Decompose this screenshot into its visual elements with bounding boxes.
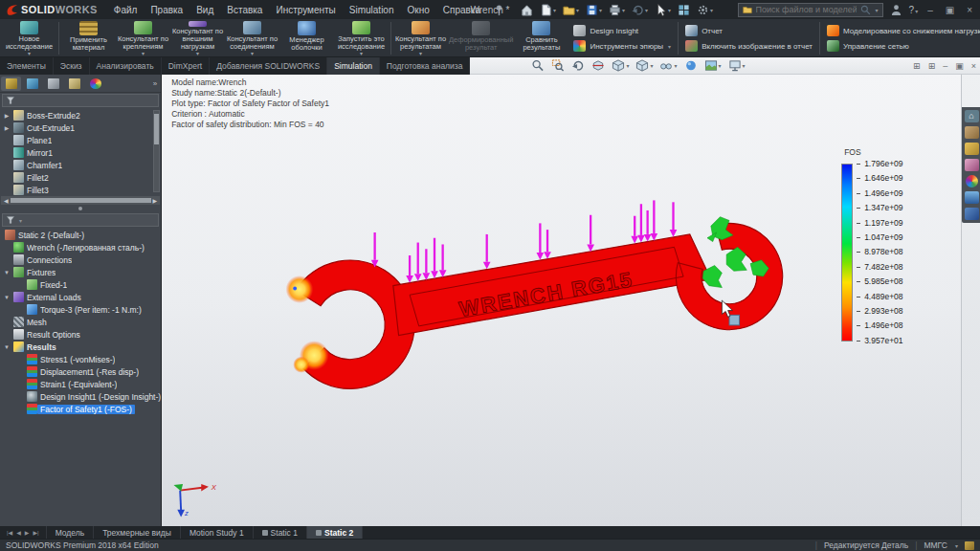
rebuild-button[interactable] [676, 3, 692, 17]
study-item-mesh[interactable]: Mesh [0, 316, 161, 328]
study-item-strain1[interactable]: Strain1 (-Equivalent-) [0, 378, 161, 390]
select-button[interactable]: ▾ [653, 3, 673, 17]
view-orientation-icon[interactable]: ▾ [612, 59, 629, 72]
displaymanager-tab[interactable] [85, 77, 105, 91]
undo-button[interactable]: ▾ [630, 3, 650, 17]
close-window-icon[interactable]: × [964, 5, 975, 15]
tab-sketch[interactable]: Эскиз [54, 57, 90, 75]
tab-dimxpert[interactable]: DimXpert [162, 57, 210, 75]
study-item-result-options[interactable]: Result Options [0, 328, 161, 341]
first-tab-icon[interactable]: |◀ [7, 529, 12, 536]
forum-icon[interactable] [965, 208, 979, 220]
units-selector[interactable]: ММГС [924, 540, 947, 550]
study-item-external-loads[interactable]: ▼External Loads [0, 291, 161, 303]
units-dropdown-icon[interactable]: ▾ [955, 542, 958, 549]
tree-item-plane1[interactable]: Plane1 [0, 134, 161, 146]
menu-window[interactable]: Окно [401, 0, 436, 19]
tab-evaluate[interactable]: Анализировать [90, 57, 162, 75]
menu-view[interactable]: Вид [189, 0, 220, 19]
tree-item-boss-extrude2[interactable]: ▶Boss-Extrude2 [0, 109, 161, 121]
scrollbar-thumb[interactable] [11, 198, 151, 203]
home-tab-icon[interactable]: ⌂ [965, 110, 979, 122]
user-account-icon[interactable] [890, 4, 902, 16]
apply-material-button[interactable]: Применить материал [61, 20, 116, 56]
study-item-stress1[interactable]: Stress1 (-vonMises-) [0, 353, 161, 365]
doc-close-icon[interactable]: × [971, 61, 976, 71]
scroll-left-icon[interactable]: ◀ [4, 197, 9, 204]
tab-static2[interactable]: Static 2 [306, 526, 363, 539]
new-study-button[interactable]: Новое исследование▾ [2, 20, 56, 56]
status-expand-icon[interactable] [965, 541, 974, 550]
menu-simulation[interactable]: Simulation [343, 0, 401, 19]
apply-scene-icon[interactable]: ▾ [704, 59, 722, 72]
doc-restore-icon[interactable]: ▣ [955, 61, 964, 71]
view-settings-icon[interactable]: ▾ [728, 59, 746, 72]
tree-item-cut-extrude1[interactable]: ▶Cut-Extrude1 [0, 121, 161, 134]
tree-item-fillet3[interactable]: Fillet3 [0, 184, 161, 196]
fixtures-advisor-button[interactable]: Консультант по креплениям▾ [116, 20, 170, 56]
previous-view-icon[interactable] [571, 59, 585, 72]
view-palette-icon[interactable] [965, 159, 979, 171]
zoom-area-icon[interactable] [551, 59, 565, 72]
zoom-to-fit-icon[interactable] [531, 59, 545, 72]
graphics-viewport[interactable]: Model name:Wrench Study name:Static 2(-D… [162, 75, 961, 526]
search-input[interactable] [756, 5, 857, 14]
study-item-displacement1[interactable]: Displacement1 (-Res disp-) [0, 365, 161, 378]
tab-3d-views[interactable]: Трехмерные виды [93, 526, 180, 539]
collapse-icon[interactable]: ▼ [3, 270, 11, 276]
study-root[interactable]: Static 2 (-Default-) [0, 229, 161, 241]
feature-tree-horizontal-scrollbar[interactable]: ◀▶ [1, 196, 160, 205]
save-button[interactable]: ▾ [584, 3, 604, 17]
menu-file[interactable]: Файл [107, 0, 145, 19]
tab-model[interactable]: Модель [46, 526, 94, 539]
plot-tools-button[interactable]: Инструменты эпюры▾ [573, 40, 671, 52]
pane-split-icon[interactable]: ⊞ [913, 61, 921, 71]
study-tree-filter-field[interactable]: ▾ [2, 213, 159, 227]
prev-tab-icon[interactable]: ◀ [16, 529, 21, 536]
tab-motion-study1[interactable]: Motion Study 1 [180, 526, 253, 539]
propertymanager-tab[interactable] [22, 77, 42, 91]
scroll-right-icon[interactable]: ▶ [153, 197, 158, 204]
filter-dropdown-icon[interactable]: ▾ [19, 217, 22, 224]
search-box[interactable]: ▾ [738, 3, 883, 17]
run-study-button[interactable]: Запустить это исследование▾ [334, 20, 389, 56]
study-item-part[interactable]: Wrench (-Легированная сталь-) [0, 241, 161, 253]
shell-manager-button[interactable]: Менеджер оболочки [279, 20, 334, 56]
edit-appearance-icon[interactable] [684, 59, 698, 72]
search-dropdown-icon[interactable]: ▾ [876, 7, 879, 13]
study-item-factor-of-safety1[interactable]: Factor of Safety1 (-FOS-) [0, 403, 161, 415]
home-button[interactable] [519, 3, 535, 17]
expand-icon[interactable]: ▶ [3, 124, 11, 131]
study-item-fixtures[interactable]: ▼Fixtures [0, 266, 161, 278]
menu-edit[interactable]: Правка [144, 0, 189, 19]
study-item-design-insight1[interactable]: Design Insight1 (-Design Insight-) [0, 390, 161, 403]
custom-properties-icon[interactable] [965, 191, 979, 204]
print-button[interactable]: ▾ [607, 3, 627, 17]
restore-window-icon[interactable]: ▣ [943, 5, 957, 15]
search-icon[interactable] [860, 5, 871, 15]
options-button[interactable]: ▾ [695, 3, 715, 17]
expand-icon[interactable]: ▶ [3, 112, 11, 119]
tab-analysis-prep[interactable]: Подготовка анализа [380, 57, 471, 75]
study-item-torque[interactable]: Torque-3 (Per item: -1 N.m:) [0, 303, 161, 316]
pane-split-icon[interactable]: ⊞ [928, 61, 936, 71]
doc-minimize-icon[interactable]: – [943, 61, 947, 71]
study-item-connections[interactable]: Connections [0, 253, 161, 266]
include-image-report-button[interactable]: Включить изображение в отчет [685, 40, 813, 52]
design-library-icon[interactable] [965, 126, 979, 139]
collapse-icon[interactable]: ▼ [3, 295, 11, 300]
last-tab-icon[interactable]: ▶| [33, 529, 38, 536]
display-style-icon[interactable]: ▾ [635, 59, 653, 72]
help-button[interactable]: ?▾ [909, 5, 919, 15]
offloaded-simulation-button[interactable]: Моделирование со снижением нагрузки [827, 25, 980, 36]
compare-results-button[interactable]: Сравнить результаты [514, 20, 568, 56]
open-button[interactable]: ▾ [561, 3, 581, 17]
study-item-fixed1[interactable]: Fixed-1 [0, 278, 161, 291]
more-tabs-icon[interactable]: » [153, 79, 160, 88]
appearances-scenes-icon[interactable] [966, 175, 978, 187]
scrollbar-thumb[interactable] [154, 114, 159, 144]
tree-filter-field[interactable] [2, 94, 159, 107]
configurationmanager-tab[interactable] [43, 77, 63, 91]
tab-simulation[interactable]: Simulation [327, 57, 380, 75]
file-explorer-icon[interactable] [965, 143, 979, 155]
